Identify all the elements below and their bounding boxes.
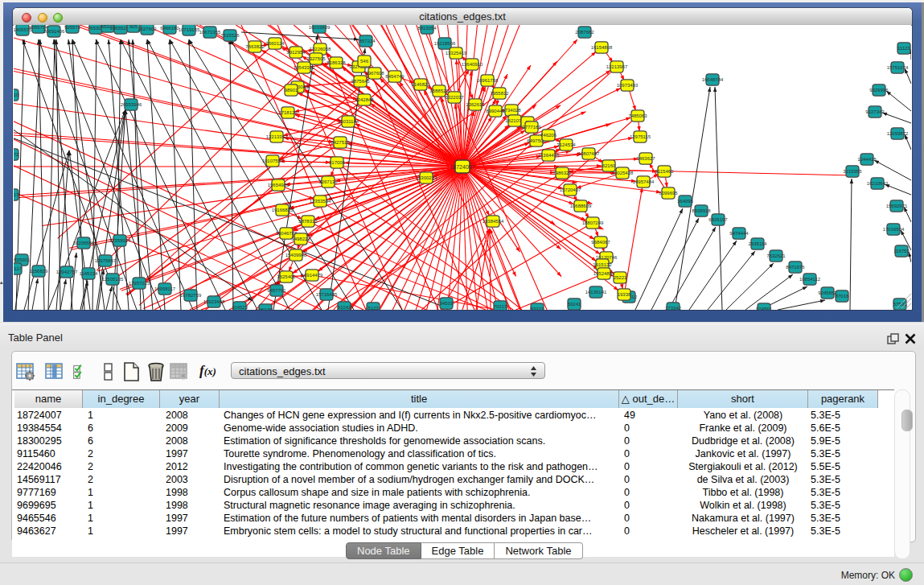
- svg-text:1244415: 1244415: [857, 157, 877, 162]
- svg-text:10688609: 10688609: [570, 204, 592, 208]
- svg-text:1362615: 1362615: [466, 102, 485, 107]
- svg-text:15300213: 15300213: [416, 175, 437, 180]
- svg-text:83710: 83710: [14, 93, 19, 97]
- svg-text:16961758: 16961758: [477, 78, 499, 83]
- svg-text:173342: 173342: [665, 306, 682, 310]
- svg-text:83321: 83321: [531, 307, 544, 310]
- svg-text:15751074: 15751074: [887, 65, 909, 70]
- svg-text:16914479: 16914479: [302, 273, 323, 278]
- svg-text:15409948: 15409948: [285, 253, 307, 257]
- svg-text:70213: 70213: [494, 304, 507, 309]
- svg-text:8454749: 8454749: [385, 74, 405, 79]
- svg-text:20672: 20672: [14, 152, 19, 157]
- svg-text:6466160: 6466160: [160, 26, 179, 31]
- svg-text:14957484: 14957484: [633, 179, 655, 184]
- svg-text:546: 546: [360, 59, 369, 64]
- svg-text:2718126: 2718126: [278, 110, 298, 115]
- svg-text:10671355: 10671355: [199, 30, 221, 35]
- svg-text:12923448: 12923448: [203, 299, 225, 304]
- svg-text:3498222: 3498222: [291, 237, 310, 241]
- svg-text:16033809: 16033809: [309, 25, 331, 30]
- svg-text:7986322: 7986322: [552, 171, 572, 175]
- svg-text:16210643: 16210643: [867, 181, 889, 186]
- svg-text:25221: 25221: [614, 275, 627, 280]
- svg-text:5878312: 5878312: [298, 219, 318, 224]
- svg-text:9474444: 9474444: [729, 231, 749, 236]
- svg-text:12213967: 12213967: [606, 64, 628, 69]
- svg-text:10543362: 10543362: [294, 65, 315, 70]
- svg-text:9327505: 9327505: [306, 56, 326, 61]
- svg-text:9777169: 9777169: [522, 125, 541, 130]
- svg-text:15716485: 15716485: [316, 292, 338, 297]
- svg-text:1145134: 1145134: [80, 271, 99, 276]
- svg-text:20691406: 20691406: [43, 29, 65, 34]
- svg-text:6099695: 6099695: [659, 191, 678, 196]
- svg-text:90417: 90417: [14, 192, 19, 197]
- svg-text:10807487: 10807487: [578, 151, 600, 156]
- svg-text:2935114: 2935114: [749, 241, 768, 246]
- svg-text:11123: 11123: [897, 46, 910, 51]
- svg-text:9115460: 9115460: [655, 169, 675, 174]
- svg-text:116753: 116753: [893, 249, 910, 253]
- svg-text:7663822: 7663822: [245, 44, 265, 49]
- svg-text:13640910: 13640910: [462, 62, 483, 67]
- svg-text:9242848: 9242848: [355, 97, 374, 102]
- svg-text:9245652: 9245652: [818, 290, 837, 295]
- svg-text:164095: 164095: [677, 199, 694, 204]
- svg-text:12353594: 12353594: [310, 199, 331, 204]
- svg-text:10025438: 10025438: [612, 171, 634, 175]
- svg-text:3267130: 3267130: [318, 179, 338, 184]
- svg-text:17957225: 17957225: [129, 281, 150, 286]
- svg-text:1615132: 1615132: [593, 262, 612, 267]
- svg-text:835001: 835001: [14, 257, 31, 262]
- svg-text:9146821: 9146821: [411, 82, 430, 87]
- svg-text:17016504: 17016504: [883, 227, 905, 232]
- svg-text:5123: 5123: [368, 306, 379, 310]
- svg-text:10975867: 10975867: [95, 258, 117, 263]
- svg-text:6734028: 6734028: [502, 108, 521, 113]
- svg-text:13226058: 13226058: [310, 47, 331, 51]
- svg-text:87016: 87016: [836, 294, 849, 299]
- svg-text:924561: 924561: [756, 307, 773, 310]
- svg-text:61042: 61042: [338, 305, 351, 310]
- svg-text:26031144: 26031144: [338, 119, 359, 124]
- svg-text:94503: 94503: [440, 301, 454, 306]
- svg-text:8427512: 8427512: [331, 140, 350, 145]
- svg-text:96120: 96120: [259, 307, 273, 310]
- svg-text:3660124: 3660124: [265, 41, 285, 46]
- svg-text:905572: 905572: [64, 25, 81, 30]
- svg-text:39117: 39117: [14, 266, 23, 271]
- svg-text:17359924: 17359924: [109, 238, 131, 243]
- svg-text:3912954: 3912954: [286, 50, 306, 55]
- svg-text:2967608: 2967608: [365, 71, 384, 76]
- svg-text:905: 905: [129, 25, 138, 29]
- svg-text:18724007: 18724007: [450, 164, 474, 170]
- svg-text:20206556: 20206556: [73, 241, 95, 245]
- svg-text:7857224: 7857224: [356, 39, 376, 43]
- svg-text:104523: 104523: [232, 305, 248, 310]
- svg-text:26553946: 26553946: [121, 102, 142, 107]
- svg-text:12213362: 12213362: [266, 134, 288, 139]
- svg-text:7625402: 7625402: [277, 274, 296, 279]
- svg-text:3875645: 3875645: [351, 79, 370, 84]
- svg-text:7955812: 7955812: [490, 91, 509, 96]
- svg-text:3215955: 3215955: [843, 169, 862, 174]
- svg-text:12975115: 12975115: [630, 134, 651, 139]
- svg-text:10719155: 10719155: [179, 27, 200, 32]
- svg-text:746206: 746206: [540, 133, 557, 138]
- svg-text:19166825: 19166825: [272, 208, 294, 212]
- svg-text:15692971: 15692971: [886, 204, 908, 208]
- svg-text:13325419: 13325419: [446, 51, 467, 56]
- svg-text:19384554: 19384554: [483, 219, 504, 224]
- svg-text:98901: 98901: [285, 88, 298, 93]
- svg-text:14136141: 14136141: [585, 290, 607, 295]
- svg-text:7515526: 7515526: [220, 33, 240, 38]
- svg-text:1527602: 1527602: [138, 27, 157, 31]
- svg-text:317006: 317006: [329, 160, 346, 165]
- svg-text:15720407: 15720407: [560, 187, 581, 192]
- svg-text:8813054: 8813054: [417, 26, 437, 31]
- svg-text:9463627: 9463627: [636, 156, 655, 161]
- svg-text:1156829: 1156829: [30, 269, 49, 274]
- svg-text:1588520: 1588520: [429, 89, 449, 93]
- svg-text:10973493: 10973493: [617, 83, 639, 88]
